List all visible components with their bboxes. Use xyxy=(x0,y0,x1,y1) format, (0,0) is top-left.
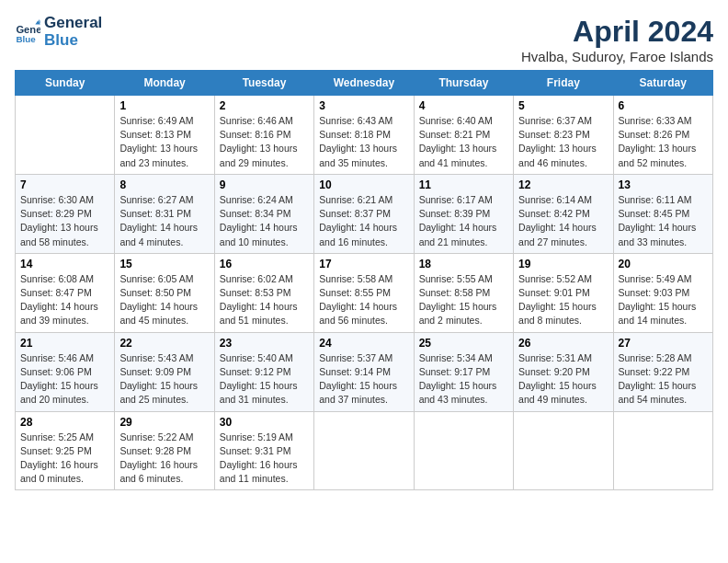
day-number: 15 xyxy=(119,258,209,270)
day-number: 29 xyxy=(119,416,209,429)
day-info: Sunrise: 6:46 AM Sunset: 8:16 PM Dayligh… xyxy=(220,114,309,170)
weekday-tuesday: Tuesday xyxy=(214,71,313,96)
calendar-cell: 25Sunrise: 5:34 AM Sunset: 9:17 PM Dayli… xyxy=(414,332,513,411)
day-info: Sunrise: 6:43 AM Sunset: 8:18 PM Dayligh… xyxy=(319,114,408,170)
calendar-table: SundayMondayTuesdayWednesdayThursdayFrid… xyxy=(15,70,713,490)
calendar-cell: 12Sunrise: 6:14 AM Sunset: 8:42 PM Dayli… xyxy=(514,174,613,253)
day-number: 23 xyxy=(220,337,309,350)
weekday-friday: Friday xyxy=(514,71,613,96)
day-info: Sunrise: 5:49 AM Sunset: 9:03 PM Dayligh… xyxy=(619,272,708,328)
day-info: Sunrise: 6:30 AM Sunset: 8:29 PM Dayligh… xyxy=(20,193,109,249)
calendar-cell xyxy=(314,411,414,490)
calendar-cell: 14Sunrise: 6:08 AM Sunset: 8:47 PM Dayli… xyxy=(16,253,115,332)
calendar-cell: 1Sunrise: 6:49 AM Sunset: 8:13 PM Daylig… xyxy=(115,96,214,175)
day-number: 16 xyxy=(220,258,309,270)
day-info: Sunrise: 5:55 AM Sunset: 8:58 PM Dayligh… xyxy=(419,272,508,328)
calendar-cell: 7Sunrise: 6:30 AM Sunset: 8:29 PM Daylig… xyxy=(16,174,115,253)
day-number: 8 xyxy=(119,178,209,191)
day-number: 18 xyxy=(419,258,508,270)
calendar-cell: 11Sunrise: 6:17 AM Sunset: 8:39 PM Dayli… xyxy=(414,174,513,253)
day-number: 4 xyxy=(419,99,508,112)
weekday-saturday: Saturday xyxy=(613,71,712,96)
calendar-cell xyxy=(514,411,613,490)
day-info: Sunrise: 5:37 AM Sunset: 9:14 PM Dayligh… xyxy=(319,351,408,408)
day-info: Sunrise: 5:19 AM Sunset: 9:31 PM Dayligh… xyxy=(220,431,309,487)
title-area: April 2024 Hvalba, Suduroy, Faroe Island… xyxy=(521,15,713,64)
calendar-week-0: 1Sunrise: 6:49 AM Sunset: 8:13 PM Daylig… xyxy=(16,96,713,175)
calendar-cell: 6Sunrise: 6:33 AM Sunset: 8:26 PM Daylig… xyxy=(613,96,712,175)
day-number: 28 xyxy=(20,416,109,429)
calendar-cell: 28Sunrise: 5:25 AM Sunset: 9:25 PM Dayli… xyxy=(16,411,115,490)
day-number: 19 xyxy=(518,258,608,270)
day-number: 2 xyxy=(220,99,309,112)
day-number: 25 xyxy=(419,337,508,350)
day-number: 1 xyxy=(119,99,209,112)
day-info: Sunrise: 6:02 AM Sunset: 8:53 PM Dayligh… xyxy=(220,272,309,328)
calendar-week-1: 7Sunrise: 6:30 AM Sunset: 8:29 PM Daylig… xyxy=(16,174,713,253)
day-number: 10 xyxy=(319,178,408,191)
day-number: 24 xyxy=(319,337,408,350)
calendar-week-2: 14Sunrise: 6:08 AM Sunset: 8:47 PM Dayli… xyxy=(16,253,713,332)
calendar-body: 1Sunrise: 6:49 AM Sunset: 8:13 PM Daylig… xyxy=(16,96,713,490)
logo-blue: Blue xyxy=(44,32,102,50)
location-subtitle: Hvalba, Suduroy, Faroe Islands xyxy=(521,49,713,64)
day-info: Sunrise: 5:28 AM Sunset: 9:22 PM Dayligh… xyxy=(619,351,708,408)
day-info: Sunrise: 6:11 AM Sunset: 8:45 PM Dayligh… xyxy=(619,193,708,249)
calendar-cell: 19Sunrise: 5:52 AM Sunset: 9:01 PM Dayli… xyxy=(514,253,613,332)
day-info: Sunrise: 6:49 AM Sunset: 8:13 PM Dayligh… xyxy=(119,114,209,170)
calendar-header: SundayMondayTuesdayWednesdayThursdayFrid… xyxy=(16,71,713,96)
logo: General Blue General Blue xyxy=(15,15,102,49)
calendar-cell: 29Sunrise: 5:22 AM Sunset: 9:28 PM Dayli… xyxy=(115,411,214,490)
day-number: 21 xyxy=(20,337,109,350)
calendar-cell: 13Sunrise: 6:11 AM Sunset: 8:45 PM Dayli… xyxy=(613,174,712,253)
day-info: Sunrise: 6:17 AM Sunset: 8:39 PM Dayligh… xyxy=(419,193,508,249)
day-info: Sunrise: 6:21 AM Sunset: 8:37 PM Dayligh… xyxy=(319,193,408,249)
day-info: Sunrise: 5:25 AM Sunset: 9:25 PM Dayligh… xyxy=(20,431,109,487)
calendar-cell: 27Sunrise: 5:28 AM Sunset: 9:22 PM Dayli… xyxy=(613,332,712,411)
calendar-cell: 5Sunrise: 6:37 AM Sunset: 8:23 PM Daylig… xyxy=(514,96,613,175)
calendar-cell: 22Sunrise: 5:43 AM Sunset: 9:09 PM Dayli… xyxy=(115,332,214,411)
calendar-cell xyxy=(613,411,712,490)
day-number: 11 xyxy=(419,178,508,191)
day-info: Sunrise: 5:58 AM Sunset: 8:55 PM Dayligh… xyxy=(319,272,408,328)
weekday-header-row: SundayMondayTuesdayWednesdayThursdayFrid… xyxy=(16,71,713,96)
calendar-cell: 3Sunrise: 6:43 AM Sunset: 8:18 PM Daylig… xyxy=(314,96,414,175)
weekday-monday: Monday xyxy=(115,71,214,96)
logo-icon: General Blue xyxy=(15,19,40,45)
weekday-thursday: Thursday xyxy=(414,71,513,96)
day-number: 30 xyxy=(220,416,309,429)
svg-text:Blue: Blue xyxy=(16,34,36,44)
header: General Blue General Blue April 2024 Hva… xyxy=(15,15,713,64)
day-number: 5 xyxy=(518,99,608,112)
day-number: 9 xyxy=(220,178,309,191)
calendar-cell xyxy=(414,411,513,490)
day-info: Sunrise: 6:05 AM Sunset: 8:50 PM Dayligh… xyxy=(119,272,209,328)
calendar-cell: 16Sunrise: 6:02 AM Sunset: 8:53 PM Dayli… xyxy=(214,253,313,332)
day-info: Sunrise: 5:43 AM Sunset: 9:09 PM Dayligh… xyxy=(119,351,209,408)
calendar-cell: 9Sunrise: 6:24 AM Sunset: 8:34 PM Daylig… xyxy=(214,174,313,253)
calendar-week-3: 21Sunrise: 5:46 AM Sunset: 9:06 PM Dayli… xyxy=(16,332,713,411)
day-info: Sunrise: 5:31 AM Sunset: 9:20 PM Dayligh… xyxy=(518,351,608,408)
calendar-cell xyxy=(16,96,115,175)
day-info: Sunrise: 6:37 AM Sunset: 8:23 PM Dayligh… xyxy=(518,114,608,170)
day-info: Sunrise: 5:34 AM Sunset: 9:17 PM Dayligh… xyxy=(419,351,508,408)
calendar-cell: 10Sunrise: 6:21 AM Sunset: 8:37 PM Dayli… xyxy=(314,174,414,253)
calendar-cell: 4Sunrise: 6:40 AM Sunset: 8:21 PM Daylig… xyxy=(414,96,513,175)
day-number: 3 xyxy=(319,99,408,112)
day-number: 12 xyxy=(518,178,608,191)
day-info: Sunrise: 6:14 AM Sunset: 8:42 PM Dayligh… xyxy=(518,193,608,249)
day-info: Sunrise: 6:40 AM Sunset: 8:21 PM Dayligh… xyxy=(419,114,508,170)
day-info: Sunrise: 5:22 AM Sunset: 9:28 PM Dayligh… xyxy=(119,431,209,487)
calendar-cell: 15Sunrise: 6:05 AM Sunset: 8:50 PM Dayli… xyxy=(115,253,214,332)
weekday-wednesday: Wednesday xyxy=(314,71,414,96)
day-number: 26 xyxy=(518,337,608,350)
calendar-cell: 24Sunrise: 5:37 AM Sunset: 9:14 PM Dayli… xyxy=(314,332,414,411)
day-number: 7 xyxy=(20,178,109,191)
month-title: April 2024 xyxy=(521,15,713,49)
day-info: Sunrise: 6:27 AM Sunset: 8:31 PM Dayligh… xyxy=(119,193,209,249)
calendar-cell: 26Sunrise: 5:31 AM Sunset: 9:20 PM Dayli… xyxy=(514,332,613,411)
calendar-cell: 30Sunrise: 5:19 AM Sunset: 9:31 PM Dayli… xyxy=(214,411,313,490)
calendar-cell: 18Sunrise: 5:55 AM Sunset: 8:58 PM Dayli… xyxy=(414,253,513,332)
day-number: 13 xyxy=(619,178,708,191)
day-number: 17 xyxy=(319,258,408,270)
